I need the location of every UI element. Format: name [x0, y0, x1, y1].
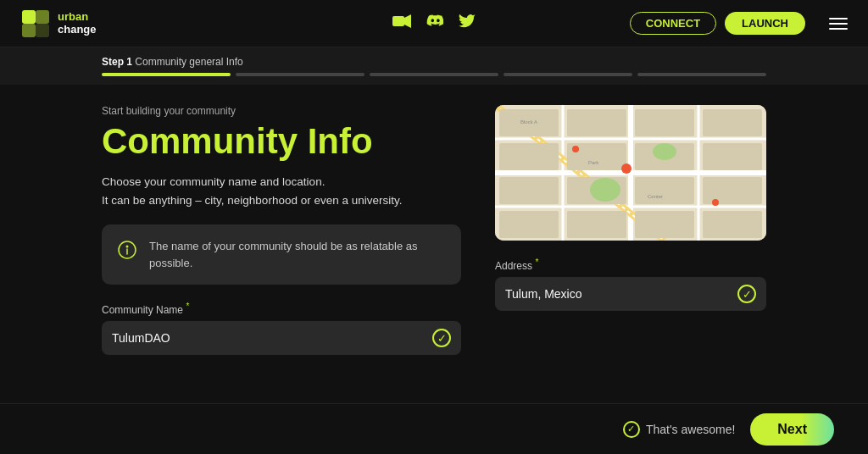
svg-text:Park: Park	[588, 160, 599, 165]
address-input[interactable]	[505, 277, 737, 311]
community-name-input[interactable]	[112, 321, 432, 355]
svg-rect-32	[635, 211, 694, 238]
svg-point-36	[621, 163, 632, 174]
svg-point-35	[653, 143, 676, 160]
map: Block A Park Center	[495, 105, 766, 241]
progress-bar-3	[370, 73, 498, 76]
community-name-group: Community Name * ✓	[102, 302, 461, 355]
left-panel: Start building your community Community …	[102, 105, 461, 355]
page-title: Community Info	[102, 122, 461, 161]
svg-text:Center: Center	[648, 194, 663, 199]
main-content: Start building your community Community …	[0, 85, 868, 355]
logo[interactable]: urban change	[20, 8, 97, 39]
logo-icon	[20, 8, 51, 39]
awesome-check-icon: ✓	[623, 421, 640, 438]
svg-point-38	[712, 199, 719, 206]
svg-point-34	[590, 178, 620, 202]
tip-icon	[117, 240, 137, 265]
svg-rect-26	[499, 177, 559, 204]
tip-text: The name of your community should be as …	[149, 238, 446, 271]
address-group: Address * ✓	[495, 257, 766, 311]
svg-rect-2	[22, 24, 36, 37]
menu-button[interactable]	[829, 18, 848, 30]
svg-rect-21	[703, 109, 762, 136]
address-label: Address *	[495, 257, 766, 272]
progress-bar-1	[102, 73, 231, 76]
step-bar: Step 1 Community general Info	[0, 47, 868, 85]
logo-text: urban change	[58, 11, 97, 36]
svg-rect-31	[567, 211, 626, 238]
svg-point-37	[572, 146, 579, 152]
svg-rect-28	[635, 177, 694, 204]
header-buttons: CONNECT LAUNCH	[630, 12, 848, 35]
map-container: Block A Park Center	[495, 105, 766, 241]
svg-rect-3	[36, 24, 49, 37]
launch-button[interactable]: LAUNCH	[725, 12, 805, 35]
right-panel: Block A Park Center Address * ✓	[495, 105, 766, 355]
community-name-label: Community Name *	[102, 302, 461, 316]
progress-bars	[102, 73, 766, 85]
svg-rect-30	[499, 211, 559, 238]
svg-rect-0	[22, 10, 36, 24]
svg-text:Block A: Block A	[520, 119, 537, 125]
step-label: Step 1 Community general Info	[102, 56, 766, 68]
progress-bar-4	[504, 73, 632, 76]
svg-rect-4	[392, 16, 404, 26]
svg-rect-1	[36, 10, 49, 24]
description: Choose your community name and location.…	[102, 173, 461, 209]
progress-bar-2	[236, 73, 364, 76]
svg-point-7	[126, 246, 129, 248]
svg-rect-22	[499, 143, 559, 170]
awesome-text: That's awesome!	[646, 423, 735, 436]
address-input-wrap: ✓	[495, 277, 766, 311]
connect-button[interactable]: CONNECT	[630, 12, 716, 35]
svg-rect-29	[703, 177, 762, 204]
tip-box: The name of your community should be as …	[102, 224, 461, 285]
next-button[interactable]: Next	[750, 413, 834, 446]
thats-awesome: ✓ That's awesome!	[623, 421, 735, 438]
address-check-icon: ✓	[737, 285, 756, 303]
sub-title: Start building your community	[102, 105, 461, 117]
svg-rect-33	[703, 211, 762, 238]
svg-rect-19	[567, 109, 626, 136]
nav-icons	[392, 13, 476, 34]
svg-marker-5	[404, 14, 411, 28]
progress-bar-5	[637, 73, 766, 76]
discord-icon[interactable]	[426, 13, 443, 34]
community-name-check-icon: ✓	[432, 329, 451, 347]
svg-rect-25	[703, 143, 762, 170]
svg-rect-20	[635, 109, 694, 136]
video-icon[interactable]	[392, 14, 411, 32]
twitter-icon[interactable]	[459, 14, 476, 33]
community-name-input-wrap: ✓	[102, 321, 461, 355]
footer: ✓ That's awesome! Next	[0, 403, 868, 454]
